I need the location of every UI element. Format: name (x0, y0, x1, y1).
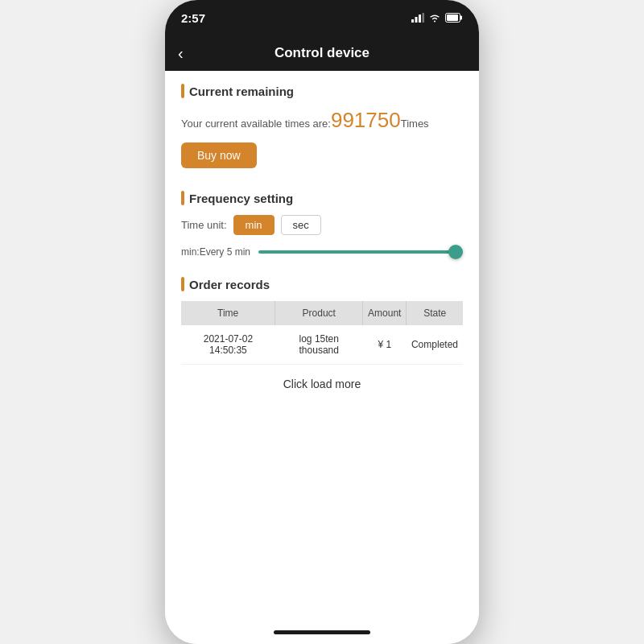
back-button[interactable]: ‹ (178, 44, 184, 63)
svg-rect-6 (460, 16, 463, 20)
slider-label: min:Every 5 min (181, 246, 250, 258)
svg-rect-3 (423, 13, 425, 23)
buy-now-button[interactable]: Buy now (181, 142, 257, 168)
available-text-row: Your current available times are:991750T… (181, 108, 463, 133)
table-row: 2021-07-02 14:50:35 log 15ten thousand ¥… (181, 325, 463, 365)
title-bar-accent-2 (181, 191, 184, 205)
wifi-icon (428, 13, 441, 23)
signal-icon (411, 13, 424, 23)
slider-thumb (448, 245, 463, 259)
cell-product: log 15ten thousand (275, 325, 363, 365)
status-icons (411, 13, 463, 23)
table-header-row: Time Product Amount State (181, 301, 463, 325)
frequency-setting-section: Frequency setting Time unit: min sec min… (165, 178, 479, 270)
order-records-section: Order records Time Product Amount State … (165, 270, 479, 413)
main-content: Current remaining Your current available… (165, 71, 479, 620)
svg-rect-2 (419, 14, 421, 23)
frequency-setting-title: Frequency setting (181, 191, 463, 205)
battery-icon (445, 13, 463, 23)
order-table: Time Product Amount State 2021-07-02 14:… (181, 301, 463, 365)
svg-rect-0 (411, 19, 414, 23)
cell-state: Completed (407, 325, 463, 365)
available-suffix: Times (401, 118, 429, 130)
frequency-slider[interactable] (258, 250, 463, 254)
svg-rect-7 (447, 14, 458, 21)
time-unit-label: Time unit: (181, 219, 227, 231)
time-unit-sec-button[interactable]: sec (281, 215, 321, 235)
cell-time: 2021-07-02 14:50:35 (181, 325, 275, 365)
col-product: Product (275, 301, 363, 325)
time-unit-min-button[interactable]: min (233, 215, 275, 235)
home-indicator (165, 620, 479, 644)
current-remaining-section: Current remaining Your current available… (165, 71, 479, 178)
phone-frame: 2:57 (165, 0, 479, 644)
page-title: Control device (275, 45, 369, 61)
status-bar: 2:57 (165, 0, 479, 35)
current-remaining-title: Current remaining (181, 84, 463, 98)
load-more-button[interactable]: Click load more (181, 365, 463, 403)
home-bar (274, 630, 370, 634)
col-amount: Amount (363, 301, 407, 325)
time-unit-row: Time unit: min sec (181, 215, 463, 235)
cell-amount: ¥ 1 (363, 325, 407, 365)
svg-point-4 (434, 21, 436, 23)
svg-rect-1 (415, 17, 418, 23)
status-time: 2:57 (181, 11, 205, 25)
available-prefix: Your current available times are: (181, 118, 331, 130)
nav-bar: ‹ Control device (165, 35, 479, 71)
title-bar-accent-3 (181, 277, 184, 291)
slider-row: min:Every 5 min (181, 246, 463, 258)
title-bar-accent (181, 84, 184, 98)
col-state: State (407, 301, 463, 325)
available-number: 991750 (331, 108, 401, 132)
order-records-title: Order records (181, 277, 463, 291)
col-time: Time (181, 301, 275, 325)
